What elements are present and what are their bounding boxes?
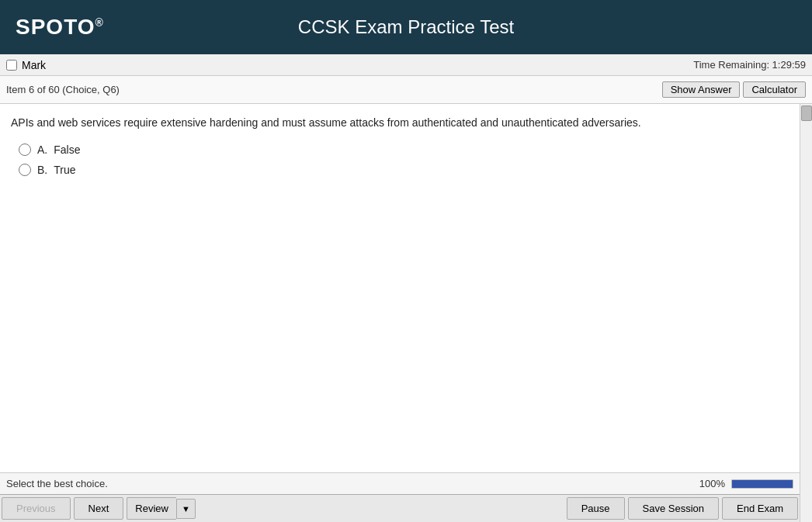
pause-button[interactable]: Pause: [567, 497, 625, 520]
status-bar: Select the best choice. 100%: [0, 472, 800, 494]
show-answer-button[interactable]: Show Answer: [662, 81, 741, 98]
app-logo: SPOTO®: [16, 15, 104, 40]
review-button[interactable]: Review: [127, 497, 176, 520]
content-wrapper: APIs and web services require extensive …: [0, 104, 812, 522]
option-b-radio[interactable]: [19, 164, 31, 176]
option-b-letter: B.: [37, 164, 47, 176]
options-list: A. False B. True: [19, 143, 789, 176]
option-b: B. True: [19, 164, 789, 176]
item-bar: Item 6 of 60 (Choice, Q6) Show Answer Ca…: [0, 76, 812, 104]
scrollbar[interactable]: [800, 104, 812, 522]
footer-right: Pause Save Session End Exam: [565, 495, 800, 522]
item-info: Item 6 of 60 (Choice, Q6): [6, 84, 120, 95]
calculator-button[interactable]: Calculator: [743, 81, 806, 98]
footer: Previous Next Review ▼ Pause Save Sessio…: [0, 494, 800, 522]
progress-bar-fill: [732, 480, 793, 488]
option-a: A. False: [19, 143, 789, 156]
review-dropdown-button[interactable]: ▼: [176, 499, 196, 519]
main-content: APIs and web services require extensive …: [0, 104, 800, 472]
exam-title: CCSK Exam Practice Test: [298, 16, 514, 38]
scrollbar-thumb[interactable]: [801, 105, 812, 121]
chevron-down-icon: ▼: [182, 504, 190, 513]
mark-bar: Mark Time Remaining: 1:29:59: [0, 54, 812, 76]
option-a-text: False: [54, 143, 80, 156]
question-text: APIs and web services require extensive …: [11, 115, 789, 131]
end-exam-button[interactable]: End Exam: [722, 497, 798, 520]
app-header: SPOTO® CCSK Exam Practice Test: [0, 0, 812, 54]
option-a-letter: A.: [37, 143, 47, 156]
progress-bar-background: [731, 479, 793, 489]
footer-left: Previous Next Review ▼: [0, 495, 197, 522]
save-session-button[interactable]: Save Session: [628, 497, 720, 520]
item-buttons: Show Answer Calculator: [662, 81, 806, 98]
mark-container[interactable]: Mark: [6, 59, 46, 71]
content-area: APIs and web services require extensive …: [0, 104, 800, 522]
progress-area: 100%: [699, 478, 793, 489]
mark-checkbox[interactable]: [6, 60, 17, 71]
review-btn-container: Review ▼: [127, 497, 196, 520]
option-a-radio[interactable]: [19, 143, 31, 156]
progress-percent: 100%: [699, 478, 725, 489]
time-remaining: Time Remaining: 1:29:59: [693, 59, 806, 71]
mark-label[interactable]: Mark: [22, 59, 46, 71]
next-button[interactable]: Next: [74, 497, 124, 520]
option-b-text: True: [54, 164, 75, 176]
previous-button[interactable]: Previous: [2, 497, 71, 520]
status-text: Select the best choice.: [6, 478, 108, 489]
